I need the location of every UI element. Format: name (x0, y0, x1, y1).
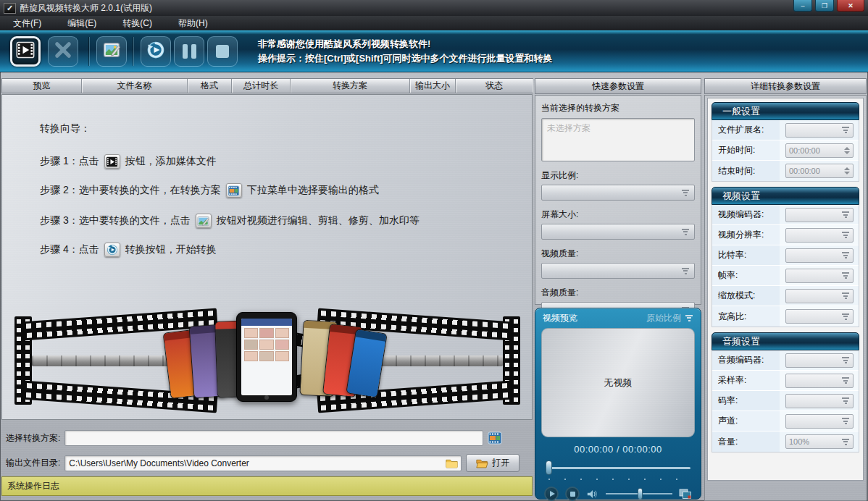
convert-button[interactable] (141, 36, 171, 67)
setting-row-end-time: 结束时间: 00:00:00 (712, 161, 859, 181)
scale-mode-select[interactable] (785, 289, 854, 303)
wizard-step-2: 步骤 2：选中要转换的文件，在转换方案 下拉菜单中选择要输出的格式 (40, 183, 379, 198)
audio-bitrate-select[interactable] (785, 394, 854, 408)
mute-button[interactable] (586, 489, 599, 500)
step-text: 步骤 4：点击 (40, 243, 99, 256)
setting-label: 开始时间: (712, 144, 780, 156)
scheme-browse-button[interactable] (488, 431, 502, 445)
stop-playback-button[interactable] (565, 487, 580, 501)
tip-line-2: 操作提示：按住[Ctrl]或[Shift]可同时选中多个文件进行批量设置和转换 (258, 51, 553, 66)
current-scheme-display: 未选择方案 (541, 118, 695, 161)
toolbar-separator (89, 37, 90, 66)
time-separator: / (617, 444, 619, 455)
edit-video-icon (101, 40, 122, 63)
seek-slider[interactable] (546, 460, 690, 475)
chevron-down-icon (841, 377, 850, 384)
stop-button[interactable] (207, 36, 238, 67)
setting-row-aspect-ratio: 宽高比: (712, 306, 859, 327)
spinner-arrows-icon[interactable] (844, 147, 850, 154)
add-media-icon (15, 40, 36, 63)
edit-video-button[interactable] (96, 36, 127, 67)
browse-folder-button[interactable] (446, 458, 458, 468)
setting-row-audio-encoder: 音频编码器: (712, 350, 859, 371)
volume-slider[interactable] (606, 487, 672, 500)
time-current: 00:00:00 (574, 444, 614, 455)
play-button[interactable] (544, 487, 559, 501)
channels-select[interactable] (785, 414, 854, 429)
preview-screen: 无视频 (541, 328, 695, 437)
column-header-duration[interactable]: 总计时长 (232, 79, 291, 93)
video-resolution-select[interactable] (785, 228, 854, 243)
setting-label: 采样率: (712, 374, 780, 387)
column-header-outsize[interactable]: 输出大小 (410, 79, 456, 93)
menu-convert[interactable]: 转换(C) (122, 17, 152, 30)
setting-value: 100% (789, 437, 809, 446)
aspect-ratio-detail-select[interactable] (785, 309, 854, 324)
display-ratio-select[interactable] (541, 185, 695, 201)
column-header-status[interactable]: 状态 (456, 79, 533, 93)
setting-row-framerate: 帧率: (712, 266, 859, 286)
output-dir-input[interactable]: C:\Users\User\My Documents\Video Convert… (64, 455, 462, 471)
bitrate-select[interactable] (785, 248, 854, 263)
aspect-ratio-select[interactable]: 原始比例 (646, 312, 693, 324)
file-extension-select[interactable] (785, 123, 854, 138)
output-dir-row: 输出文件目录: C:\Users\User\My Documents\Video… (6, 454, 519, 472)
spinner-arrows-icon[interactable] (844, 167, 850, 174)
audio-encoder-select[interactable] (785, 353, 854, 368)
volume-thumb[interactable] (638, 488, 643, 500)
column-header-format[interactable]: 格式 (188, 79, 232, 93)
chevron-down-icon (841, 272, 850, 279)
delete-button[interactable] (48, 36, 78, 67)
chevron-down-icon (681, 190, 690, 196)
promo-banner (13, 311, 522, 418)
column-header-scheme[interactable]: 转换方案 (291, 79, 410, 93)
wizard-title: 转换向导： (40, 122, 91, 135)
chevron-down-icon (841, 418, 850, 424)
wizard-step-3: 步骤 3：选中要转换的文件，点击 按钮对视频进行编辑、剪辑、修剪、加水印等 (40, 214, 420, 228)
setting-label: 码率: (712, 395, 780, 407)
open-output-dir-button[interactable]: 打开 (466, 454, 519, 472)
menu-help[interactable]: 帮助(H) (178, 17, 208, 30)
maximize-button[interactable]: ❐ (815, 0, 834, 12)
volume-select[interactable]: 100% (785, 434, 854, 449)
time-total: 00:00:00 (622, 444, 662, 455)
aspect-ratio-label: 原始比例 (646, 312, 681, 324)
video-settings-section: 视频设置 视频编码器: 视频分辨率: 比特率: 帧率: (711, 187, 859, 327)
tablet-screen (236, 312, 297, 402)
screen-size-select[interactable] (541, 224, 695, 240)
system-log-bar: 系统操作日志 (1, 476, 533, 496)
column-header-preview[interactable]: 预览 (2, 79, 82, 93)
system-log-label: 系统操作日志 (7, 480, 59, 492)
wizard-step-1: 步骤 1：点击 按钮，添加媒体文件 (40, 154, 217, 169)
setting-label: 缩放模式: (712, 290, 780, 302)
close-button[interactable]: ✕ (837, 0, 864, 12)
sample-rate-select[interactable] (785, 374, 854, 388)
step-text: 按钮，添加媒体文件 (125, 155, 217, 168)
detail-settings-inner: 一般设置 文件扩展名: 开始时间: 00:00:00 结束时间: 00:00:0… (707, 98, 864, 481)
playback-time: 00:00:00 / 00:00:00 (535, 444, 701, 455)
add-media-button[interactable] (10, 36, 41, 67)
framerate-select[interactable] (785, 269, 854, 283)
toolbar-separator (133, 37, 134, 66)
fullscreen-button[interactable] (679, 488, 692, 500)
setting-label: 音频编码器: (712, 354, 780, 366)
video-quality-select[interactable] (541, 263, 695, 279)
scheme-input[interactable] (64, 430, 483, 446)
step-text: 步骤 2：选中要转换的文件，在转换方案 (40, 184, 221, 197)
quick-panel-title-text: 快速参数设置 (592, 80, 644, 93)
column-header-filename[interactable]: 文件名称 (82, 79, 188, 93)
seek-thumb[interactable] (546, 460, 552, 475)
video-encoder-select[interactable] (785, 208, 854, 222)
start-time-spinner[interactable]: 00:00:00 (785, 143, 854, 158)
section-title: 音频设置 (722, 336, 760, 347)
menu-edit[interactable]: 编辑(E) (67, 17, 96, 30)
setting-value: 00:00:00 (789, 167, 820, 175)
window-controls: – ❐ ✕ (793, 0, 864, 12)
menu-file[interactable]: 文件(F) (13, 17, 41, 30)
section-header-video: 视频设置 (711, 187, 859, 205)
minimize-button[interactable]: – (793, 0, 812, 12)
end-time-spinner[interactable]: 00:00:00 (785, 164, 854, 178)
player-controls (544, 487, 692, 501)
pause-button[interactable] (174, 36, 204, 67)
file-list-area: 转换向导： 步骤 1：点击 按钮，添加媒体文件 步骤 2：选中要转换的文件，在转… (1, 94, 533, 420)
